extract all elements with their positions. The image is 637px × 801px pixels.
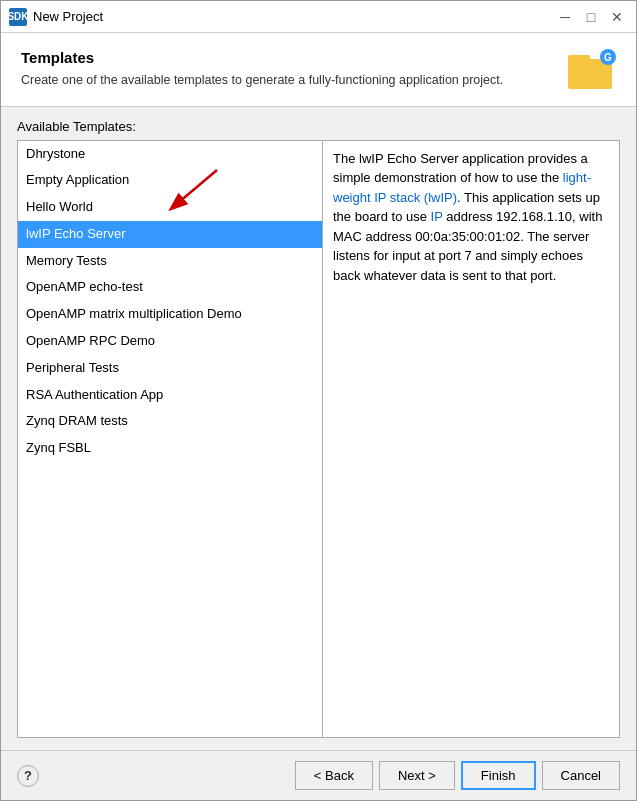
template-item-empty-application[interactable]: Empty Application: [18, 167, 322, 194]
header-description: Create one of the available templates to…: [21, 72, 568, 90]
template-panel: Dhrystone Empty Application Hello World …: [17, 140, 620, 739]
finish-button[interactable]: Finish: [461, 761, 536, 790]
next-button[interactable]: Next >: [379, 761, 455, 790]
cancel-button[interactable]: Cancel: [542, 761, 620, 790]
content-area: Available Templates: Dhrystone Empty App…: [1, 107, 636, 751]
template-item-peripheral-tests[interactable]: Peripheral Tests: [18, 355, 322, 382]
dialog-footer: ? < Back Next > Finish Cancel: [1, 750, 636, 800]
sdk-icon: SDK: [9, 8, 27, 26]
section-label: Available Templates:: [17, 119, 620, 134]
maximize-button[interactable]: □: [580, 6, 602, 28]
template-item-zynq-dram[interactable]: Zynq DRAM tests: [18, 408, 322, 435]
footer-left: ?: [17, 765, 39, 787]
new-project-dialog: SDK New Project ─ □ ✕ Templates Create o…: [0, 0, 637, 801]
close-button[interactable]: ✕: [606, 6, 628, 28]
highlight-lwip: light-weight IP stack (lwIP): [333, 170, 591, 205]
back-button[interactable]: < Back: [295, 761, 373, 790]
header-text: Templates Create one of the available te…: [21, 49, 568, 90]
window-controls: ─ □ ✕: [554, 6, 628, 28]
title-bar: SDK New Project ─ □ ✕: [1, 1, 636, 33]
help-button[interactable]: ?: [17, 765, 39, 787]
dialog-title: New Project: [33, 9, 554, 24]
template-item-rsa-auth[interactable]: RSA Authentication App: [18, 382, 322, 409]
highlight-ip: IP: [431, 209, 443, 224]
folder-icon: G: [568, 49, 616, 89]
template-item-hello-world[interactable]: Hello World: [18, 194, 322, 221]
template-item-openamp-matrix[interactable]: OpenAMP matrix multiplication Demo: [18, 301, 322, 328]
template-item-zynq-fsbl[interactable]: Zynq FSBL: [18, 435, 322, 462]
dialog-header: Templates Create one of the available te…: [1, 33, 636, 107]
template-item-lwip-echo-server[interactable]: lwIP Echo Server: [18, 221, 322, 248]
template-item-openamp-rpc[interactable]: OpenAMP RPC Demo: [18, 328, 322, 355]
minimize-button[interactable]: ─: [554, 6, 576, 28]
header-title: Templates: [21, 49, 568, 66]
template-list[interactable]: Dhrystone Empty Application Hello World …: [18, 141, 323, 738]
template-description: The lwIP Echo Server application provide…: [323, 141, 619, 738]
template-item-memory-tests[interactable]: Memory Tests: [18, 248, 322, 275]
template-item-dhrystone[interactable]: Dhrystone: [18, 141, 322, 168]
template-area: Dhrystone Empty Application Hello World …: [17, 140, 620, 739]
template-item-openamp-echo-test[interactable]: OpenAMP echo-test: [18, 274, 322, 301]
footer-right: < Back Next > Finish Cancel: [295, 761, 620, 790]
